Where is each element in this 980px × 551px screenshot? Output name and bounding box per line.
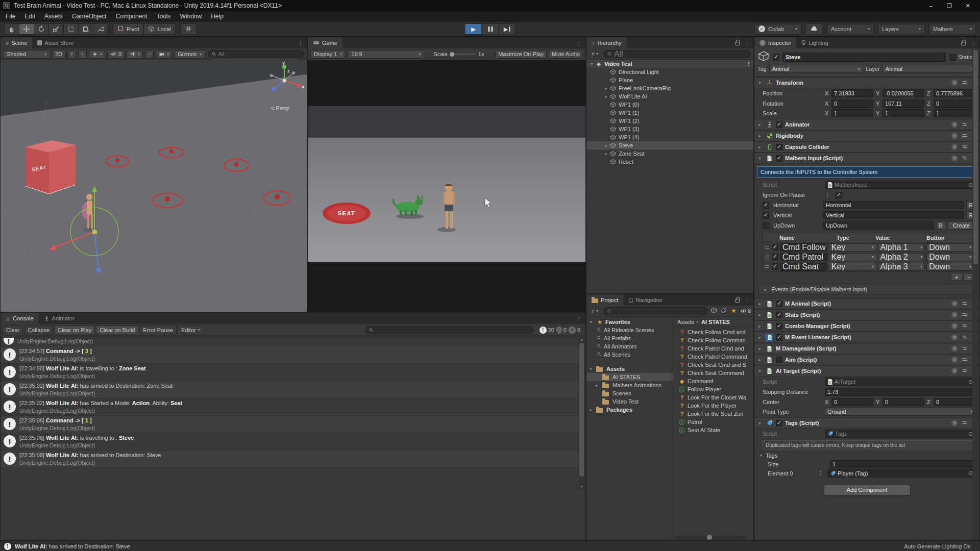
component-m-event-listener[interactable]: ▸M Event Listener (Script)?⋮ — [754, 332, 979, 343]
type-dropdown[interactable]: Key▾ — [829, 263, 876, 271]
saved-search-icon[interactable]: ★ — [730, 308, 737, 314]
menu-component[interactable]: Component — [111, 11, 152, 21]
hierarchy-item-wp1-4[interactable]: WP1 (4) — [586, 133, 753, 141]
button-dropdown[interactable]: Down▾ — [926, 253, 974, 261]
menu-edit[interactable]: Edit — [20, 11, 40, 21]
slider-thumb[interactable] — [450, 52, 454, 57]
component-stats[interactable]: ▸Stats (Script)?⋮ — [754, 309, 979, 320]
tag-dropdown[interactable]: Animal▾ — [769, 65, 863, 73]
asset-item-check-patrol-command[interactable]: ?Check Patrol Command — [673, 353, 753, 361]
error-pause-toggle[interactable]: Error Pause — [139, 325, 177, 334]
input-name-field[interactable]: Cmd Patrol — [780, 253, 827, 261]
persp-toggle-icon[interactable]: < — [271, 106, 274, 111]
help-icon[interactable]: ? — [951, 323, 958, 329]
asset-item-check-seat-command[interactable]: ?Check Seat Command — [673, 369, 753, 377]
create-object-button[interactable]: +▾ — [589, 50, 600, 58]
warning-count-badge[interactable]: ⚠0 — [556, 327, 567, 334]
more-icon[interactable]: ⋮ — [970, 40, 976, 46]
static-checkbox[interactable] — [949, 54, 956, 61]
help-icon[interactable]: ? — [951, 420, 958, 426]
more-icon[interactable]: ⋮ — [576, 40, 582, 46]
persp-label[interactable]: Persp — [276, 106, 290, 111]
component-transform[interactable]: ▾ Transform ?⋮ — [754, 77, 979, 88]
reset-button[interactable]: R — [936, 221, 945, 230]
scrollbar-thumb[interactable] — [707, 535, 712, 540]
value-dropdown[interactable]: Alpha 3▾ — [878, 263, 925, 271]
updown-field[interactable]: UpDown — [823, 221, 934, 230]
fold-arrow-icon[interactable]: ▸ — [756, 358, 763, 362]
create-asset-button[interactable]: +▾ — [589, 307, 600, 315]
tab-inspector[interactable]: iInspector — [754, 37, 796, 48]
error-count-badge[interactable]: ✕0 — [569, 327, 580, 334]
scene-search-input[interactable]: All — [208, 50, 304, 58]
maximize-on-play-toggle[interactable]: Maximize On Play — [495, 50, 547, 59]
input-name-field[interactable]: Cmd Follow — [780, 243, 827, 252]
asset-item-follow-player[interactable]: iFollow Player — [673, 385, 753, 393]
breadcrumb-current[interactable]: AI STATES — [701, 319, 730, 325]
status-bar[interactable]: ! Wolf Lite AI: has arrived to Destinati… — [0, 541, 980, 551]
position-y-field[interactable]: -0.0200055 — [883, 89, 924, 97]
fold-arrow-icon[interactable]: ▸ — [587, 408, 594, 412]
menu-tools[interactable]: Tools — [152, 11, 175, 21]
scene-visibility-toggle[interactable]: 0 — [107, 50, 125, 59]
gizmos-dropdown[interactable]: Gizmos▾ — [174, 50, 205, 59]
lock-icon[interactable] — [735, 42, 740, 45]
hierarchy-item-wolf-lite-ai[interactable]: ▸Wolf Lite AI — [586, 92, 753, 101]
asset-item-command[interactable]: ◆Command — [673, 377, 753, 385]
add-row-button[interactable]: + — [951, 273, 962, 281]
fold-arrow-icon[interactable]: ▾ — [756, 156, 763, 161]
console-scrollbar[interactable]: ▲ ▼ — [578, 337, 585, 490]
drag-handle-icon[interactable]: = — [764, 262, 770, 271]
element-0-field[interactable]: Player (Tag)⊙ — [827, 469, 975, 478]
fold-arrow-icon[interactable]: ▸ — [603, 152, 609, 156]
component-aim[interactable]: ▸Aim (Script)?⋮ — [754, 354, 979, 365]
auto-generate-lighting-status[interactable]: Auto Generate Lighting On — [904, 543, 976, 549]
tab-hierarchy[interactable]: ≡Hierarchy — [586, 37, 627, 48]
tab-game[interactable]: Game — [308, 37, 342, 48]
console-message[interactable]: ![22:35:08] Wolf Lite AI: has arrived to… — [1, 450, 585, 468]
row-checkbox[interactable] — [772, 263, 778, 270]
value-dropdown[interactable]: Alpha 1▾ — [878, 243, 925, 252]
asset-item-check-follow-comman[interactable]: ?Check Follow Comman — [673, 336, 753, 344]
component-tools-button[interactable] — [145, 50, 154, 59]
fold-arrow-icon[interactable]: ▸ — [756, 134, 763, 138]
layout-dropdown[interactable]: Malbers▾ — [929, 24, 976, 34]
enabled-checkbox[interactable] — [776, 357, 782, 363]
custom-tool-button[interactable] — [93, 23, 108, 35]
project-horizontal-scrollbar[interactable] — [674, 536, 746, 539]
more-icon[interactable]: ⋮ — [298, 40, 303, 46]
hierarchy-item-plane[interactable]: Plane — [586, 76, 753, 84]
fold-arrow-icon[interactable]: ▸ — [756, 302, 763, 306]
type-dropdown[interactable]: Key▾ — [829, 243, 876, 252]
scrollbar-thumb[interactable] — [579, 343, 584, 477]
help-icon[interactable]: ? — [951, 80, 958, 86]
console-message[interactable]: ![22:34:57] Command -> [ 3 ]UnityEngine.… — [1, 346, 585, 364]
position-x-field[interactable]: 7.31933 — [831, 89, 873, 97]
horizontal-checkbox[interactable] — [763, 202, 769, 209]
tab-navigation[interactable]: ◱Navigation — [623, 294, 667, 306]
enabled-checkbox[interactable] — [776, 144, 782, 151]
scroll-down-icon[interactable]: ▼ — [578, 484, 585, 490]
fold-arrow-icon[interactable]: ▸ — [756, 324, 763, 329]
collab-dropdown[interactable]: ✓Collab▾ — [754, 24, 801, 34]
asset-item-check-seat-cmd-and-s[interactable]: ?Check Seat Cmd and S — [673, 361, 753, 369]
console-message[interactable]: ![22:34:58] Wolf Lite AI: is travelling … — [1, 364, 585, 381]
breadcrumb-root[interactable]: Assets — [677, 319, 694, 325]
vertical-checkbox[interactable] — [763, 212, 769, 219]
menu-assets[interactable]: Assets — [40, 11, 67, 21]
hierarchy-item-video-test[interactable]: ▾◈Video Test⋮ — [586, 60, 753, 68]
presets-icon[interactable] — [962, 121, 968, 128]
grid-snap-button[interactable] — [181, 23, 197, 35]
more-icon[interactable]: ⋮ — [746, 61, 751, 67]
rect-tool-button[interactable] — [63, 23, 78, 35]
scroll-up-icon[interactable]: ▲ — [578, 337, 585, 343]
grid-visibility-dropdown[interactable]: ▾ — [127, 50, 143, 59]
draw-mode-dropdown[interactable]: Shaded▾ — [3, 50, 50, 59]
help-icon[interactable]: ? — [951, 300, 958, 307]
lock-icon[interactable] — [735, 299, 740, 303]
console-message[interactable]: ![22:35:02] Wolf Lite AI: has arrived to… — [1, 381, 585, 398]
fold-arrow-icon[interactable]: ▸ — [603, 94, 609, 99]
tab-lighting[interactable]: Lighting — [796, 37, 834, 48]
hierarchy-item-wp1-2[interactable]: WP1 (2) — [586, 117, 753, 125]
help-icon[interactable]: ? — [951, 368, 958, 374]
